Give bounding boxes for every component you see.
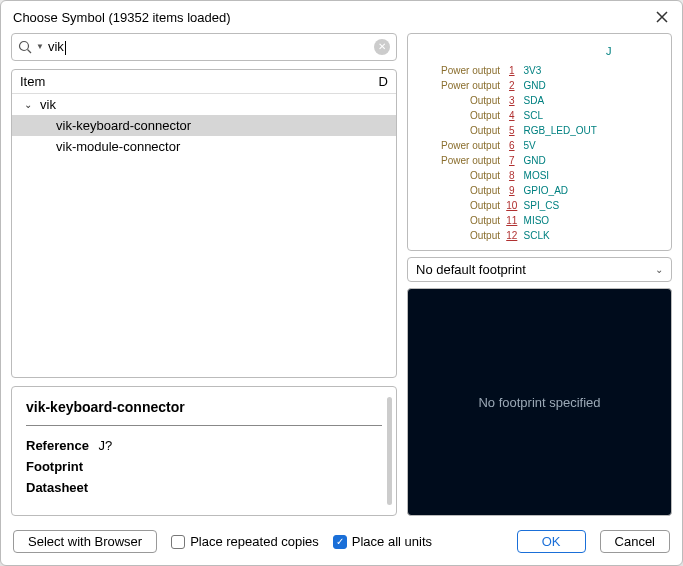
info-scrollbar[interactable] <box>387 397 392 505</box>
tree-item-label: vik-keyboard-connector <box>56 118 191 133</box>
select-with-browser-button[interactable]: Select with Browser <box>13 530 157 553</box>
titlebar: Choose Symbol (19352 items loaded) <box>1 1 682 33</box>
footprint-select[interactable]: No default footprint ⌄ <box>407 257 672 282</box>
info-divider <box>26 425 382 426</box>
footprint-preview[interactable]: No footprint specified <box>407 288 672 516</box>
symbol-pin-row: Output 11 MISO <box>426 213 612 228</box>
choose-symbol-dialog: Choose Symbol (19352 items loaded) ▼ vik… <box>0 0 683 566</box>
checkbox-checked-icon: ✓ <box>333 535 347 549</box>
tree-body[interactable]: ⌄ vik vik-keyboard-connector vik-module-… <box>12 94 396 377</box>
footprint-select-label: No default footprint <box>416 262 526 277</box>
symbol-pin-row: Output 9 GPIO_AD <box>426 183 612 198</box>
symbol-pin-row: Output 12 SCLK <box>426 228 612 243</box>
info-footprint-label: Footprint <box>26 459 83 474</box>
tree-header[interactable]: Item D <box>12 70 396 94</box>
symbol-pin-row: Output 8 MOSI <box>426 168 612 183</box>
symbol-pin-row: Power output 6 5V <box>426 138 612 153</box>
symbol-ref: J <box>606 44 612 59</box>
chevron-down-icon[interactable]: ▼ <box>36 42 44 51</box>
info-reference: Reference J? <box>26 438 382 453</box>
chevron-down-icon: ⌄ <box>655 264 663 275</box>
dialog-title: Choose Symbol (19352 items loaded) <box>13 10 231 25</box>
symbol-preview[interactable]: J Power output 1 3V3Power output 2 GNDOu… <box>407 33 672 251</box>
checkbox-icon <box>171 535 185 549</box>
symbol-pin-row: Power output 2 GND <box>426 78 612 93</box>
cancel-button[interactable]: Cancel <box>600 530 670 553</box>
tree-item-label: vik-module-connector <box>56 139 180 154</box>
svg-point-0 <box>20 41 29 50</box>
collapse-icon[interactable]: ⌄ <box>24 99 36 110</box>
symbol-pin-row: Output 4 SCL <box>426 108 612 123</box>
symbol-drawing: J Power output 1 3V3Power output 2 GNDOu… <box>426 44 612 243</box>
info-reference-value: J? <box>99 438 113 453</box>
place-repeated-label: Place repeated copies <box>190 534 319 549</box>
info-datasheet-label: Datasheet <box>26 480 88 495</box>
search-box[interactable]: ▼ vik ✕ <box>11 33 397 61</box>
ok-button[interactable]: OK <box>517 530 586 553</box>
info-reference-label: Reference <box>26 438 89 453</box>
search-icon <box>18 40 32 54</box>
right-column: J Power output 1 3V3Power output 2 GNDOu… <box>407 33 672 516</box>
symbol-pin-row: Power output 7 GND <box>426 153 612 168</box>
left-column: ▼ vik ✕ Item D ⌄ vik vik-keyboard-connec… <box>11 33 397 516</box>
symbol-pin-row: Output 10 SPI_CS <box>426 198 612 213</box>
info-footprint: Footprint <box>26 459 382 474</box>
tree-header-right: D <box>379 74 388 89</box>
info-title: vik-keyboard-connector <box>26 399 382 415</box>
info-datasheet: Datasheet <box>26 480 382 495</box>
tree-library-row[interactable]: ⌄ vik <box>12 94 396 115</box>
library-name: vik <box>40 97 56 112</box>
footprint-preview-text: No footprint specified <box>478 395 600 410</box>
dialog-footer: Select with Browser Place repeated copie… <box>1 522 682 565</box>
place-all-units-label: Place all units <box>352 534 432 549</box>
place-all-units-checkbox[interactable]: ✓ Place all units <box>333 534 432 549</box>
symbol-pin-row: Power output 1 3V3 <box>426 63 612 78</box>
content: ▼ vik ✕ Item D ⌄ vik vik-keyboard-connec… <box>1 33 682 522</box>
clear-search-icon[interactable]: ✕ <box>374 39 390 55</box>
tree-item-row[interactable]: vik-module-connector <box>12 136 396 157</box>
symbol-pin-row: Output 5 RGB_LED_OUT <box>426 123 612 138</box>
search-input[interactable]: vik <box>48 37 374 57</box>
close-icon[interactable] <box>654 9 670 25</box>
tree-item-row[interactable]: vik-keyboard-connector <box>12 115 396 136</box>
symbol-tree: Item D ⌄ vik vik-keyboard-connector vik-… <box>11 69 397 378</box>
place-repeated-checkbox[interactable]: Place repeated copies <box>171 534 319 549</box>
info-panel: vik-keyboard-connector Reference J? Foot… <box>11 386 397 516</box>
symbol-pin-row: Output 3 SDA <box>426 93 612 108</box>
tree-header-item: Item <box>20 74 45 89</box>
